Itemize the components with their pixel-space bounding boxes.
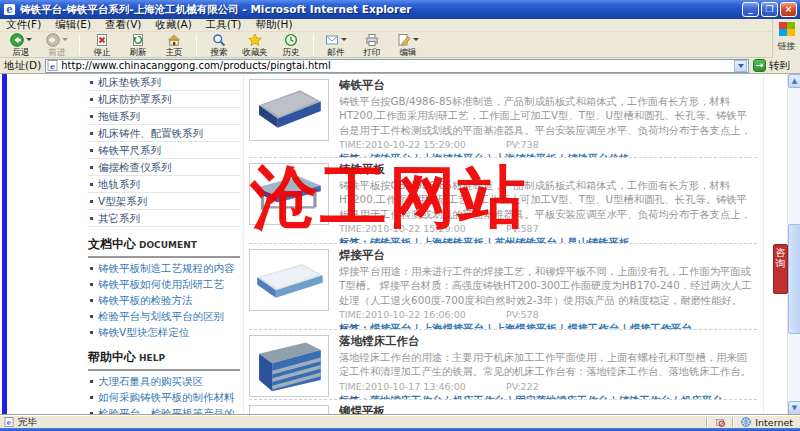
document-link[interactable]: 铸铁平板的检验方法: [88, 292, 240, 308]
menu-help[interactable]: 帮助(H): [255, 18, 292, 32]
document-center-header: 文档中心DOCUMENT: [88, 231, 240, 258]
stop-button[interactable]: 停止: [85, 33, 119, 57]
scroll-down-button[interactable]: ▼: [788, 401, 800, 415]
forward-button[interactable]: 前进: [40, 33, 74, 57]
home-button[interactable]: 主页: [157, 33, 191, 57]
tag-link[interactable]: 上海焊接平台: [422, 322, 484, 329]
menu-file[interactable]: 文件(F): [6, 18, 41, 32]
help-link[interactable]: 如何采购铸铁平板的制作材料: [88, 389, 240, 405]
tag-link[interactable]: 焊接平台: [370, 322, 411, 329]
product-title-link[interactable]: 铆焊平板: [339, 405, 757, 415]
favorites-label: 收藏夹: [242, 47, 268, 57]
mail-button[interactable]: 邮件: [319, 33, 353, 57]
browser-right-rail: 链接: [772, 19, 800, 58]
help-link[interactable]: 大理石量具的购买误区: [88, 373, 240, 389]
help-links: 大理石量具的购买误区 如何采购铸铁平板的制作材料 检验平台、检验平板等产品的..…: [88, 373, 240, 415]
scroll-up-button[interactable]: ▲: [788, 74, 800, 88]
scrollbar-thumb[interactable]: [788, 224, 800, 334]
help-link[interactable]: 检验平台、检验平板等产品的...: [88, 405, 240, 415]
sidebar-item-category[interactable]: 机床防护罩系列: [88, 91, 240, 108]
edit-button[interactable]: 编辑: [391, 33, 425, 57]
sidebar-item-category[interactable]: 地轨系列: [88, 176, 240, 193]
tag-link[interactable]: 铸铁平台: [370, 152, 411, 157]
document-link[interactable]: 铸铁平板制造工艺规程的内容: [88, 260, 240, 276]
tag-link[interactable]: 铸铁平板: [370, 236, 411, 243]
go-button[interactable]: → 转到: [753, 59, 796, 73]
bullet-icon: [90, 217, 93, 220]
bullet-icon: [90, 115, 93, 118]
back-button[interactable]: 后退: [4, 33, 38, 57]
menu-edit[interactable]: 编辑(E): [55, 18, 91, 32]
product-thumbnail[interactable]: [249, 163, 329, 225]
product-title-link[interactable]: 铸铁平板: [339, 163, 757, 176]
forward-dropdown-icon[interactable]: [62, 38, 68, 41]
minimize-button[interactable]: _: [742, 2, 759, 17]
product-thumbnail[interactable]: [249, 405, 329, 415]
menu-tools[interactable]: 工具(T): [206, 18, 242, 32]
tag-link[interactable]: 焊接工作平台: [630, 322, 692, 329]
product-entry: 铸铁平板 铸铁平板按GB/4986-85标准制造，产品制成筋板式和箱体式，工作面…: [249, 158, 757, 244]
edit-label: 编辑: [400, 47, 417, 57]
document-link[interactable]: 铸铁平板如何使用刮研工艺: [88, 276, 240, 292]
product-info: 铸铁平台 铸铁平台按GB/4986-85标准制造，产品制成筋板式和箱体式，工作面…: [339, 79, 757, 157]
refresh-button[interactable]: 刷新: [121, 33, 155, 57]
address-dropdown-button[interactable]: [734, 60, 747, 72]
search-button[interactable]: 搜索: [202, 33, 236, 57]
sidebar-item-category[interactable]: 机床铸件、配置铁系列: [88, 125, 240, 142]
consult-side-tab[interactable]: 咨询: [773, 244, 788, 294]
product-thumbnail[interactable]: [249, 79, 329, 141]
product-info: 落地镗床工作台 落地镗床工作台的用途：主要用于机床加工工作平面使用，上面有螺栓孔…: [339, 335, 757, 399]
document-link[interactable]: 检验平台与划线平台的区别: [88, 308, 240, 324]
product-title-link[interactable]: 焊接平台: [339, 249, 757, 262]
sidebar-item-category[interactable]: 偏摆检查仪系列: [88, 159, 240, 176]
sidebar-item-category[interactable]: 铸铁平尺系列: [88, 142, 240, 159]
tag-link[interactable]: 昆山铸铁平板: [567, 236, 629, 243]
tag-link[interactable]: 上海焊接平板: [495, 322, 557, 329]
document-link[interactable]: 铸铁V型块怎样定位: [88, 324, 240, 340]
sidebar-item-category[interactable]: V型架系列: [88, 193, 240, 210]
history-button[interactable]: 历史: [274, 33, 308, 57]
links-toolbar-label[interactable]: 链接: [778, 40, 796, 53]
close-button[interactable]: ×: [780, 2, 797, 17]
help-center-header: 帮助中心HELP: [88, 344, 240, 371]
tag-separator: |: [557, 322, 568, 329]
product-thumbnail[interactable]: [249, 335, 329, 397]
favorites-button[interactable]: 收藏夹: [238, 33, 272, 57]
tag-link[interactable]: 机床平台: [681, 394, 722, 399]
product-title-link[interactable]: 落地镗床工作台: [339, 335, 757, 348]
stop-label: 停止: [94, 47, 111, 57]
sidebar-item-category[interactable]: 机床垫铁系列: [88, 74, 240, 91]
product-info: 铆焊平板: [339, 405, 757, 415]
menu-view[interactable]: 查看(V): [105, 18, 141, 32]
menu-favorites[interactable]: 收藏(A): [155, 18, 191, 32]
tag-link[interactable]: 固定落地镗床工作台: [515, 394, 608, 399]
refresh-icon: [131, 33, 145, 47]
mail-dropdown-icon[interactable]: [341, 38, 347, 41]
tag-link[interactable]: 上海铸铁平板: [495, 152, 557, 157]
tag-separator: |: [608, 394, 619, 399]
url-text[interactable]: http://www.chinacanggong.com/products/pi…: [61, 60, 731, 71]
sidebar-item-category[interactable]: 其它系列: [88, 210, 240, 227]
edit-dropdown-icon[interactable]: [413, 38, 419, 41]
address-input[interactable]: e http://www.chinacanggong.com/products/…: [45, 59, 749, 73]
maximize-button[interactable]: ❐: [761, 2, 778, 17]
tag-link[interactable]: 焊接工作台: [567, 322, 618, 329]
tag-link[interactable]: 苏州铸铁平台: [495, 236, 557, 243]
product-title-link[interactable]: 铸铁平台: [339, 79, 757, 92]
svg-text:e: e: [50, 61, 55, 71]
tag-link[interactable]: 机床工作台: [453, 394, 504, 399]
tag-link[interactable]: 铸铁工作台: [619, 394, 670, 399]
status-blocked-panel: [708, 417, 732, 427]
vertical-scrollbar[interactable]: ▲ ▼: [787, 74, 800, 415]
tag-list: 铸铁平板 | 上海铸铁平板 | 苏州铸铁平台 | 昆山铸铁平板: [370, 236, 629, 243]
product-thumbnail[interactable]: [249, 249, 329, 311]
print-button[interactable]: 打印: [355, 33, 389, 57]
product-meta: TIME:2010-10-22 15:29:00PV:587: [339, 223, 757, 234]
tag-link[interactable]: 落地镗床工作台: [370, 394, 442, 399]
tag-link[interactable]: 上海铸铁平板: [422, 236, 484, 243]
back-dropdown-icon[interactable]: [26, 38, 32, 41]
tag-link[interactable]: 上海铸铁平台: [422, 152, 484, 157]
tag-separator: |: [411, 152, 422, 157]
sidebar-item-category[interactable]: 拖链系列: [88, 108, 240, 125]
tag-link[interactable]: 铸铁平台价格: [567, 152, 629, 157]
